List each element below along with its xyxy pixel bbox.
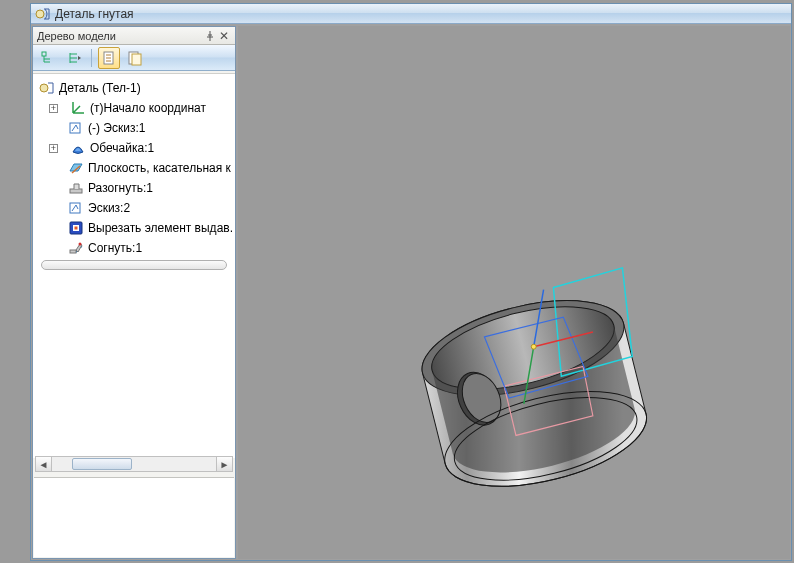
tree-item[interactable]: + (т)Начало координат [35,98,233,118]
svg-rect-11 [75,227,78,230]
tree-item-label: Вырезать элемент выдав. [88,221,233,235]
toolbar-separator [91,49,92,67]
tree-item[interactable]: Согнуть:1 [35,238,233,258]
scroll-left-arrow[interactable]: ◄ [36,457,52,471]
tree-item-label: Эскиз:2 [88,201,130,215]
tree-item-label: Разогнуть:1 [88,181,153,195]
svg-rect-12 [70,250,76,253]
toolbar-btn-4[interactable] [124,47,146,69]
tree-item[interactable]: + Обечайка:1 [35,138,233,158]
svg-point-0 [36,10,44,18]
tree-item[interactable]: Эскиз:2 [35,198,233,218]
sketch-icon [68,200,84,216]
3d-scene [238,26,790,559]
expand-icon[interactable]: + [49,104,58,113]
close-icon[interactable]: ✕ [217,29,231,43]
svg-rect-1 [42,52,46,56]
svg-point-24 [531,344,536,349]
toolbar-btn-2[interactable] [63,47,85,69]
svg-rect-6 [70,123,80,133]
panel-title: Дерево модели [37,30,203,42]
origin-icon [70,100,86,116]
horizontal-scrollbar[interactable]: ◄ ► [35,456,233,472]
toolbar-btn-3[interactable] [98,47,120,69]
window-title: Деталь гнутая [55,7,134,21]
svg-rect-4 [132,54,141,65]
sketch-icon [68,120,84,136]
shell-icon [70,140,86,156]
plane-icon [68,160,84,176]
tree-item[interactable]: (-) Эскиз:1 [35,118,233,138]
scroll-track[interactable] [52,457,216,471]
toolbar-btn-1[interactable] [37,47,59,69]
tree-item-label: Согнуть:1 [88,241,142,255]
title-bar[interactable]: Деталь гнутая [31,4,791,24]
svg-rect-8 [70,203,80,213]
tree-item-label: (т)Начало координат [90,101,206,115]
model-tree-panel: Дерево модели ✕ [32,26,236,559]
tree-root-label: Деталь (Тел-1) [59,81,141,95]
svg-point-13 [79,243,82,246]
tree-toolbar [33,45,235,71]
scroll-right-arrow[interactable]: ► [216,457,232,471]
svg-point-5 [40,84,48,92]
tree-item[interactable]: Вырезать элемент выдав. [35,218,233,238]
svg-rect-7 [70,189,82,193]
pin-icon[interactable] [203,29,217,43]
panel-header[interactable]: Дерево модели ✕ [33,27,235,45]
tree-item-label: Плоскость, касательная к [88,161,231,175]
app-window: Деталь гнутая Дерево модели ✕ [30,3,792,561]
tree-item[interactable]: Плоскость, касательная к [35,158,233,178]
3d-viewport[interactable] [238,26,790,559]
tree-item-label: Обечайка:1 [90,141,154,155]
properties-pane [34,477,234,557]
scroll-thumb[interactable] [72,458,132,470]
part-icon [39,80,55,96]
content-area: Дерево модели ✕ [32,26,790,559]
tree-root[interactable]: Деталь (Тел-1) [35,78,233,98]
part-icon [35,6,51,22]
tree-item[interactable]: Разогнуть:1 [35,178,233,198]
fold-icon [68,240,84,256]
expand-icon[interactable]: + [49,144,58,153]
model-tree[interactable]: Деталь (Тел-1) + (т)Начало координат [33,73,235,458]
tree-item-label: (-) Эскиз:1 [88,121,145,135]
cut-extrude-icon [68,220,84,236]
unfold-icon [68,180,84,196]
tree-end-indicator [41,260,227,270]
